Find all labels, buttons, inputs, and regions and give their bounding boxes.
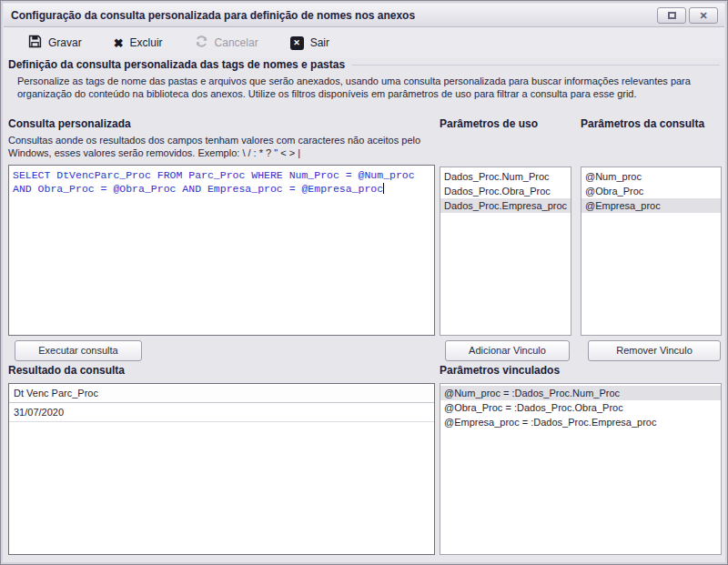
cancel-button: Cancelar [195, 35, 258, 51]
list-item[interactable]: @Obra_Proc = :Dados_Proc.Obra_Proc [440, 400, 721, 415]
query-params-list[interactable]: @Num_proc @Obra_Proc @Empresa_proc [581, 166, 722, 336]
group-title: Definição da consulta personalizada das … [8, 58, 345, 71]
exit-button[interactable]: ✕ Sair [290, 36, 329, 50]
list-item-selected[interactable]: @Empresa_proc [581, 198, 721, 213]
list-item[interactable]: Dados_Proc.Num_Proc [440, 169, 571, 184]
save-icon [28, 35, 42, 51]
text-caret [383, 183, 384, 194]
close-button[interactable]: ✕ [689, 7, 718, 24]
exit-icon: ✕ [290, 36, 304, 50]
save-label: Gravar [48, 36, 82, 49]
sql-line-2: AND Obra_Proc = @Obra_Proc AND Empresa_p… [13, 182, 430, 196]
sql-editor[interactable]: SELECT DtVencParc_Proc FROM Parc_Proc WH… [8, 165, 435, 336]
close-icon: ✕ [699, 10, 707, 21]
window-title: Configuração da consulta personalizada p… [11, 9, 415, 22]
result-grid-column-header[interactable]: Dt Venc Parc_Proc [9, 384, 434, 403]
group-description: Personalize as tags de nome das pastas e… [17, 75, 713, 100]
result-grid[interactable]: Dt Venc Parc_Proc 31/07/2020 [8, 383, 435, 555]
label-parametros-da-consulta: Parâmetros da consulta [581, 117, 704, 130]
label-resultado-da-consulta: Resultado da consulta [8, 364, 125, 377]
list-item[interactable]: Dados_Proc.Obra_Proc [440, 184, 571, 198]
label-parametros-vinculados: Parâmetros vinculados [440, 364, 560, 377]
list-item[interactable]: @Obra_Proc [581, 184, 721, 198]
dialog-window: Configuração da consulta personalizada p… [0, 0, 728, 565]
query-note: Consultas aonde os resultados dos campos… [8, 134, 431, 159]
linked-params-list[interactable]: @Num_proc = :Dados_Proc.Num_Proc @Obra_P… [440, 383, 722, 555]
list-item[interactable]: @Num_proc [581, 169, 721, 184]
remove-link-button[interactable]: Remover Vinculo [588, 340, 721, 361]
maximize-icon [668, 12, 676, 19]
save-button[interactable]: Gravar [28, 35, 82, 51]
execute-query-button[interactable]: Executar consulta [15, 340, 142, 361]
exit-label: Sair [310, 36, 329, 49]
list-item-selected[interactable]: @Num_proc = :Dados_Proc.Num_Proc [440, 386, 721, 400]
cancel-icon [195, 35, 208, 51]
label-parametros-de-uso: Parâmetros de uso [440, 117, 538, 130]
toolbar: Gravar ✖ Excluir Cancelar ✕ Sair [4, 27, 724, 58]
sql-line-1: SELECT DtVencParc_Proc FROM Parc_Proc WH… [13, 168, 430, 182]
result-grid-row[interactable]: 31/07/2020 [9, 403, 434, 422]
title-bar: Configuração da consulta personalizada p… [4, 4, 724, 27]
add-link-button[interactable]: Adicionar Vinculo [445, 340, 570, 361]
maximize-button[interactable] [657, 7, 686, 24]
list-item[interactable]: @Empresa_proc = :Dados_Proc.Empresa_proc [440, 415, 721, 429]
group-header: Definição da consulta personalizada das … [8, 58, 720, 71]
list-item-selected[interactable]: Dados_Proc.Empresa_proc [440, 198, 571, 213]
delete-label: Excluir [130, 36, 163, 49]
delete-icon: ✖ [114, 36, 124, 50]
cancel-label: Cancelar [215, 36, 258, 49]
label-consulta-personalizada: Consulta personalizada [8, 117, 131, 130]
delete-button[interactable]: ✖ Excluir [114, 36, 163, 50]
usage-params-list[interactable]: Dados_Proc.Num_Proc Dados_Proc.Obra_Proc… [440, 166, 571, 336]
group-title-rule [352, 65, 720, 66]
